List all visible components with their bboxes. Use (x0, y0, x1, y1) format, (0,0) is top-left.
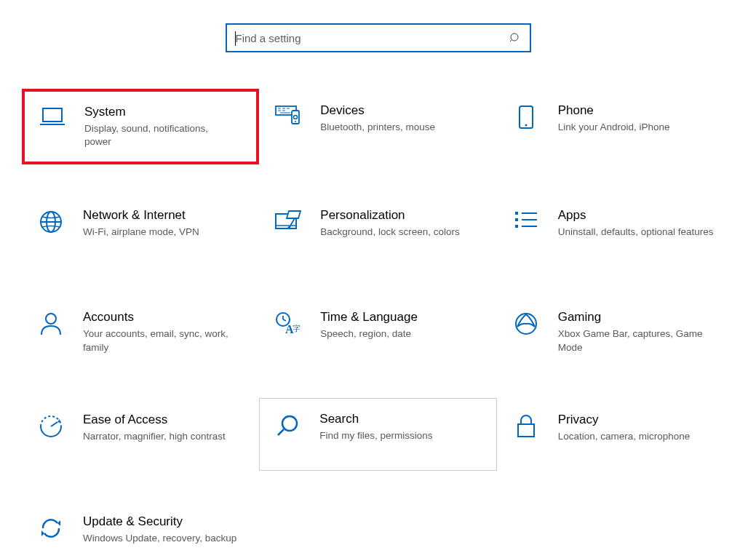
phone-icon (512, 105, 541, 130)
tile-desc: Wi-Fi, airplane mode, VPN (83, 226, 239, 239)
tile-desc: Link your Android, iPhone (558, 121, 714, 134)
search-input[interactable] (236, 32, 509, 44)
search-container (0, 0, 756, 89)
svg-rect-38 (518, 424, 534, 437)
tile-desc: Bluetooth, printers, mouse (320, 121, 476, 134)
tile-desc: Windows Update, recovery, backup (83, 532, 239, 545)
tile-devices[interactable]: Devices Bluetooth, printers, mouse (259, 89, 496, 164)
svg-rect-2 (43, 108, 62, 122)
tile-desc: Display, sound, notifications, power (84, 122, 237, 148)
gaming-icon (512, 311, 541, 336)
tile-title: Gaming (558, 310, 714, 325)
globe-icon (36, 210, 65, 234)
tile-desc: Background, lock screen, colors (320, 226, 476, 239)
svg-point-15 (525, 124, 527, 127)
tile-title: Accounts (83, 310, 239, 325)
svg-point-13 (295, 121, 296, 122)
svg-marker-39 (57, 520, 60, 526)
tile-title: Devices (320, 103, 476, 118)
tile-desc: Find my files, permissions (319, 429, 477, 442)
ease-of-access-icon (36, 414, 65, 439)
svg-rect-23 (515, 225, 518, 228)
tile-update-security[interactable]: Update & Security Windows Update, recove… (22, 500, 259, 553)
svg-line-34 (51, 422, 57, 426)
lock-icon (512, 414, 541, 439)
svg-text:字: 字 (293, 324, 301, 333)
tile-ease-of-access[interactable]: Ease of Access Narrator, magnifier, high… (22, 398, 259, 471)
svg-rect-22 (515, 218, 518, 221)
devices-icon (274, 105, 303, 127)
tile-title: Personalization (320, 208, 476, 223)
personalization-icon (274, 210, 303, 231)
tile-phone[interactable]: Phone Link your Android, iPhone (497, 89, 734, 164)
tile-desc: Speech, region, date (320, 327, 476, 341)
tile-personalization[interactable]: Personalization Background, lock screen,… (259, 194, 496, 266)
tile-title: Time & Language (320, 310, 476, 325)
svg-line-30 (283, 319, 286, 321)
tile-desc: Xbox Game Bar, captures, Game Mode (558, 327, 714, 354)
tile-gaming[interactable]: Gaming Xbox Game Bar, captures, Game Mod… (497, 295, 734, 368)
tile-title: Privacy (558, 413, 714, 427)
time-language-icon: A 字 (274, 311, 303, 336)
svg-line-37 (278, 429, 284, 435)
tile-search[interactable]: Search Find my files, permissions (259, 398, 496, 471)
apps-icon (512, 210, 541, 230)
tile-title: Apps (558, 208, 714, 223)
svg-point-36 (282, 416, 297, 431)
settings-grid: System Display, sound, notifications, po… (0, 89, 756, 553)
tile-privacy[interactable]: Privacy Location, camera, microphone (497, 398, 734, 471)
tile-apps[interactable]: Apps Uninstall, defaults, optional featu… (497, 194, 734, 266)
search-box[interactable] (226, 23, 531, 52)
svg-rect-21 (515, 212, 518, 215)
tile-title: Phone (558, 103, 714, 118)
tile-title: Ease of Access (83, 413, 239, 427)
tile-title: Search (319, 412, 477, 426)
tile-title: System (84, 105, 237, 119)
accounts-icon (36, 311, 65, 336)
search-icon (509, 32, 521, 44)
tile-system[interactable]: System Display, sound, notifications, po… (22, 89, 259, 164)
tile-desc: Location, camera, microphone (558, 430, 714, 443)
tile-accounts[interactable]: Accounts Your accounts, email, sync, wor… (22, 295, 259, 368)
laptop-icon (38, 106, 67, 127)
update-icon (36, 516, 65, 541)
tile-desc: Narrator, magnifier, high contrast (83, 430, 239, 443)
tile-desc: Your accounts, email, sync, work, family (83, 327, 239, 354)
tile-title: Update & Security (83, 514, 239, 529)
svg-marker-35 (57, 419, 60, 423)
svg-point-27 (46, 314, 56, 324)
tile-title: Network & Internet (83, 208, 239, 223)
svg-marker-40 (41, 530, 44, 536)
tile-desc: Uninstall, defaults, optional features (558, 226, 714, 239)
text-cursor (235, 31, 236, 46)
magnifier-icon (273, 413, 302, 438)
tile-network[interactable]: Network & Internet Wi-Fi, airplane mode,… (22, 194, 259, 266)
tile-time-language[interactable]: A 字 Time & Language Speech, region, date (259, 295, 496, 368)
svg-line-1 (510, 40, 512, 42)
